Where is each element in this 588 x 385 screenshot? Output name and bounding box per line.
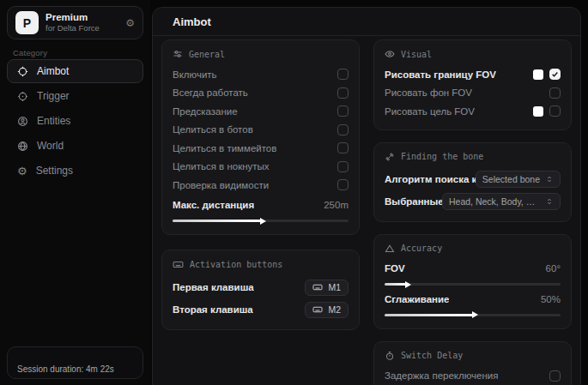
sidebar-item-label: Entities: [37, 115, 70, 127]
setting-row: Предсказание: [173, 102, 349, 121]
setting-row: Целиться в ботов: [173, 121, 349, 140]
gear-icon[interactable]: ⚙: [125, 17, 135, 29]
color-swatch[interactable]: [533, 69, 543, 80]
sidebar-item-world[interactable]: World: [7, 134, 143, 158]
entities-icon: [17, 116, 28, 127]
brand-card: P Premium for Delta Force ⚙: [7, 6, 143, 39]
left-column: General Включить Всегда работать Предска…: [161, 39, 360, 385]
keybind-value: M2: [328, 304, 341, 315]
checkbox[interactable]: [337, 161, 349, 172]
eye-icon: [385, 49, 395, 59]
sidebar-item-label: Settings: [36, 165, 73, 177]
activation-card-title: Activation buttons: [173, 259, 349, 270]
section-title: Visual: [401, 50, 432, 59]
fov-slider[interactable]: [385, 283, 561, 286]
settings-gear-icon: ⚙: [17, 165, 27, 177]
visual-card: Visual Рисовать границу FOV Рисовать фон…: [373, 39, 572, 130]
slider-fill[interactable]: [385, 314, 473, 316]
section-title: Switch Delay: [401, 351, 463, 360]
brand-text: Premium for Delta Force: [45, 12, 100, 33]
slider-label: Макс. дистанция: [173, 200, 254, 210]
checkbox[interactable]: [337, 87, 349, 99]
setting-label: Всегда работать: [173, 87, 248, 98]
slider-value: 60°: [546, 263, 561, 274]
stopwatch-icon: [385, 351, 395, 361]
keybind-row: Вторая клавиша M2: [173, 298, 349, 321]
bone-row: Выбранные кос Head, Neck, Body, Pe..: [385, 190, 561, 213]
right-column: Visual Рисовать границу FOV Рисовать фон…: [373, 39, 572, 385]
checkbox[interactable]: [337, 69, 349, 80]
bone-card: Finding the bone Алгоритм поиска кост Se…: [373, 142, 572, 222]
activation-card: Activation buttons Первая клавиша M1 Вто…: [161, 250, 360, 330]
visual-row: Рисовать фон FOV: [385, 84, 561, 103]
globe-icon: [17, 141, 28, 152]
slider-fill[interactable]: [385, 283, 406, 286]
bone-icon: [385, 152, 395, 162]
crosshair-icon: [17, 66, 28, 77]
visual-label: Рисовать границу FOV: [385, 69, 496, 80]
section-title: Accuracy: [401, 244, 442, 253]
sliders-icon: [173, 49, 183, 59]
sidebar-item-entities[interactable]: Entities: [7, 109, 143, 133]
visual-label: Рисовать фон FOV: [385, 87, 472, 98]
keybind-value: M1: [328, 282, 341, 292]
checkbox[interactable]: [337, 124, 349, 135]
slider-value: 50%: [541, 294, 561, 304]
dropdown-value: Head, Neck, Body, Pe..: [449, 196, 540, 207]
checkbox[interactable]: [337, 179, 349, 190]
smoothing-slider[interactable]: [385, 314, 561, 316]
dropdown-value: Selected bone: [482, 174, 540, 184]
checkbox[interactable]: [549, 87, 561, 99]
keybind-button[interactable]: M2: [305, 302, 349, 318]
fov-row: FOV 60°: [385, 260, 561, 279]
checkbox[interactable]: [337, 105, 349, 117]
selected-bones-dropdown[interactable]: Head, Neck, Body, Pe..: [442, 193, 561, 210]
visual-row: Рисовать границу FOV: [385, 65, 561, 84]
setting-row: Проверка видимости: [173, 176, 349, 195]
keybind-label: Первая клавиша: [173, 282, 254, 292]
bone-algorithm-dropdown[interactable]: Selected bone: [476, 171, 561, 188]
session-box: Session duration: 4m 22s: [7, 346, 143, 379]
chevron-up-down-icon: [545, 175, 554, 183]
sidebar-item-label: Trigger: [37, 90, 70, 102]
page-title: Aimbot: [173, 15, 211, 28]
setting-label: Целиться в нокнутых: [173, 161, 270, 171]
bone-row: Алгоритм поиска кост Selected bone: [385, 168, 561, 190]
checkbox[interactable]: [549, 105, 561, 117]
setting-row: Включить: [173, 65, 349, 84]
visual-card-title: Visual: [385, 49, 561, 59]
keybind-button[interactable]: M1: [305, 280, 349, 296]
accuracy-card-title: Accuracy: [385, 244, 561, 254]
max-distance-row: Макс. дистанция 250m: [173, 196, 349, 215]
slider-label: FOV: [385, 263, 405, 274]
sidebar-item-aimbot[interactable]: Aimbot: [7, 59, 143, 83]
checkbox[interactable]: [549, 370, 561, 382]
sidebar-item-settings[interactable]: ⚙ Settings: [7, 159, 143, 183]
dropdown-label: Выбранные кос: [385, 196, 442, 207]
smoothing-row: Сглаживание 50%: [385, 290, 561, 309]
color-swatch[interactable]: [533, 106, 543, 117]
setting-label: Целиться в тиммейтов: [173, 143, 276, 153]
main-panel: Aimbot General Включить Всегда работать: [152, 7, 581, 385]
sidebar-item-trigger[interactable]: Trigger: [7, 84, 143, 108]
slider-fill[interactable]: [173, 220, 261, 222]
setting-label: Проверка видимости: [173, 180, 269, 190]
keyboard-icon: [312, 304, 323, 315]
keybind-row: Первая клавиша M1: [173, 276, 349, 298]
triangle-icon: [385, 244, 395, 254]
checkbox[interactable]: [337, 142, 349, 153]
dropdown-label: Алгоритм поиска кост: [385, 174, 476, 184]
section-title: Activation buttons: [190, 260, 282, 269]
general-card: General Включить Всегда работать Предска…: [161, 39, 360, 235]
setting-label: Задержка переключения: [385, 370, 498, 381]
brand-subtitle: for Delta Force: [45, 24, 100, 33]
setting-row: Задержка переключения: [385, 367, 561, 385]
trigger-icon: [17, 91, 28, 102]
slider-value: 250m: [324, 200, 349, 210]
sidebar-item-label: World: [37, 140, 64, 152]
setting-label: Включить: [173, 69, 217, 80]
max-distance-slider[interactable]: [173, 220, 349, 222]
switch-delay-card: Switch Delay Задержка переключения Задер…: [373, 341, 572, 385]
keybind-label: Вторая клавиша: [173, 304, 253, 315]
checkbox[interactable]: [549, 69, 561, 80]
